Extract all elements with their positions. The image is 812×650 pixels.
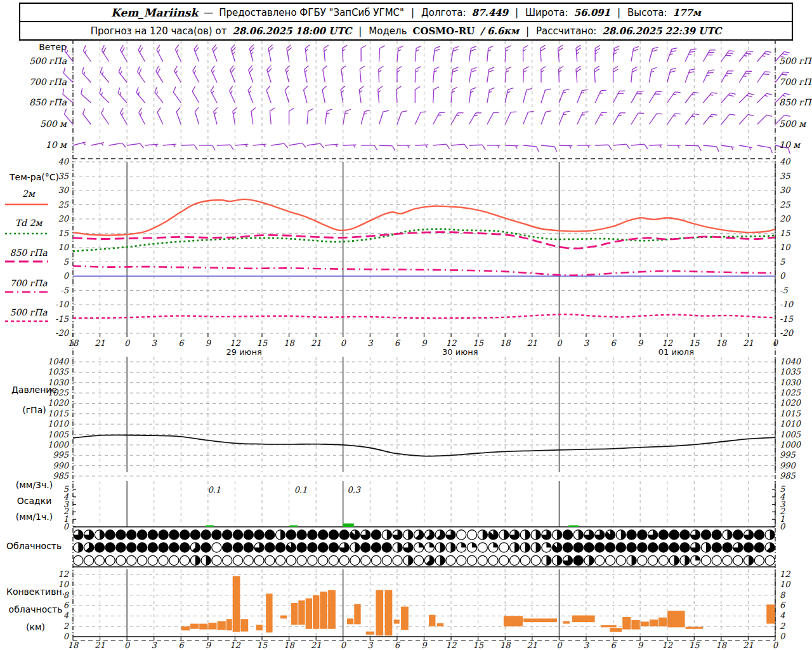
svg-text:0.3: 0.3 (347, 485, 361, 494)
svg-text:8: 8 (780, 590, 786, 600)
svg-text:985: 985 (53, 471, 69, 481)
svg-text:-15: -15 (55, 314, 69, 324)
svg-text:3: 3 (367, 640, 374, 650)
svg-text:0: 0 (341, 640, 347, 650)
svg-text:5: 5 (63, 257, 69, 267)
svg-text:-5: -5 (780, 286, 788, 295)
svg-text:15: 15 (473, 640, 483, 650)
svg-text:35: 35 (58, 171, 69, 181)
svg-text:995: 995 (53, 450, 69, 460)
svg-text:0: 0 (341, 338, 347, 348)
svg-text:0: 0 (773, 640, 779, 650)
svg-text:3: 3 (367, 338, 374, 348)
svg-text:12: 12 (230, 640, 240, 650)
svg-text:1040: 1040 (780, 357, 802, 366)
svg-text:21: 21 (311, 640, 322, 650)
svg-text:35: 35 (780, 171, 790, 181)
svg-text:18: 18 (284, 640, 295, 650)
svg-text:4: 4 (63, 611, 69, 620)
svg-text:6: 6 (780, 600, 786, 610)
svg-text:-20: -20 (780, 328, 794, 338)
svg-text:5: 5 (780, 257, 785, 267)
svg-text:1005: 1005 (48, 430, 69, 439)
svg-text:0: 0 (63, 271, 70, 281)
svg-text:12: 12 (662, 640, 672, 650)
svg-text:6: 6 (178, 640, 185, 650)
svg-text:15: 15 (689, 640, 700, 650)
svg-text:4: 4 (780, 611, 785, 620)
svg-text:40: 40 (58, 157, 69, 166)
svg-text:-10: -10 (780, 300, 794, 309)
svg-text:12: 12 (446, 338, 457, 348)
svg-text:25: 25 (780, 200, 790, 209)
svg-text:990: 990 (780, 461, 797, 470)
svg-text:9: 9 (206, 338, 212, 348)
svg-text:0: 0 (63, 632, 70, 641)
svg-text:15: 15 (257, 640, 268, 650)
svg-text:0: 0 (780, 271, 786, 281)
svg-text:6: 6 (610, 338, 617, 348)
svg-text:0: 0 (124, 640, 131, 650)
svg-text:21: 21 (743, 640, 754, 650)
svg-text:0: 0 (124, 338, 131, 348)
svg-text:2: 2 (780, 621, 785, 631)
svg-text:18: 18 (68, 640, 79, 650)
svg-text:15: 15 (780, 229, 790, 238)
svg-text:0: 0 (780, 522, 786, 531)
svg-text:15: 15 (58, 229, 69, 238)
svg-text:12: 12 (230, 338, 240, 348)
svg-text:20: 20 (780, 214, 791, 223)
svg-text:6: 6 (63, 600, 70, 610)
svg-text:9: 9 (421, 338, 428, 348)
svg-text:18: 18 (284, 338, 295, 348)
svg-text:10: 10 (780, 242, 791, 252)
svg-text:1030: 1030 (48, 378, 70, 387)
svg-text:10: 10 (58, 580, 69, 589)
svg-text:10: 10 (780, 580, 791, 589)
svg-text:18: 18 (68, 338, 79, 348)
svg-text:1000: 1000 (48, 440, 70, 449)
svg-text:6: 6 (610, 640, 617, 650)
meteogram-screen: Kem_Mariinsk — Предоставлено ФГБУ "ЗапСи… (0, 0, 812, 650)
svg-text:21: 21 (95, 640, 105, 650)
svg-text:1010: 1010 (48, 419, 70, 428)
svg-text:1040: 1040 (48, 357, 70, 366)
svg-text:-10: -10 (55, 300, 70, 309)
svg-text:15: 15 (473, 338, 483, 348)
svg-text:0: 0 (63, 522, 70, 531)
svg-text:3: 3 (584, 640, 590, 650)
svg-text:10: 10 (58, 242, 69, 252)
svg-text:18: 18 (500, 338, 511, 348)
svg-text:21: 21 (527, 338, 538, 348)
svg-text:6: 6 (395, 640, 401, 650)
svg-text:21: 21 (311, 338, 322, 348)
svg-text:15: 15 (257, 338, 268, 348)
svg-text:0.1: 0.1 (294, 485, 308, 494)
svg-text:9: 9 (638, 338, 644, 348)
svg-text:21: 21 (95, 338, 105, 348)
svg-text:9: 9 (206, 640, 212, 650)
svg-text:8: 8 (63, 590, 70, 600)
svg-text:6: 6 (395, 338, 401, 348)
svg-text:1015: 1015 (780, 409, 801, 418)
svg-text:1035: 1035 (780, 367, 801, 376)
svg-text:9: 9 (638, 640, 644, 650)
svg-text:15: 15 (689, 338, 700, 348)
svg-text:-20: -20 (55, 328, 70, 338)
svg-text:1035: 1035 (48, 367, 69, 376)
svg-text:-5: -5 (60, 286, 69, 295)
svg-text:9: 9 (421, 640, 428, 650)
svg-text:0: 0 (556, 640, 563, 650)
meteogram-chart: 40403535303025252020151510105500-5-5-10-… (0, 0, 812, 650)
svg-text:-15: -15 (780, 314, 794, 324)
svg-text:20: 20 (58, 214, 69, 223)
svg-text:990: 990 (53, 461, 70, 470)
svg-text:995: 995 (780, 450, 796, 460)
svg-text:1030: 1030 (780, 378, 802, 387)
svg-text:40: 40 (780, 157, 791, 166)
svg-text:21: 21 (743, 338, 754, 348)
svg-text:1025: 1025 (48, 388, 69, 397)
svg-text:0: 0 (773, 338, 779, 348)
svg-text:2: 2 (63, 621, 69, 631)
svg-text:3: 3 (584, 338, 590, 348)
